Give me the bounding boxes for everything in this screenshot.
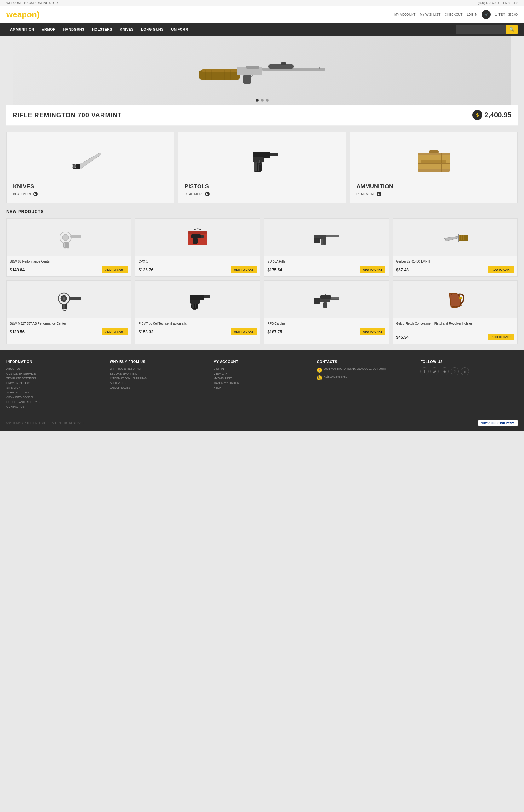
nav-long-guns[interactable]: LONG GUNS <box>137 23 167 36</box>
nav-armor[interactable]: ARMOR <box>38 23 60 36</box>
footer-link-contact-us[interactable]: CONTACT US <box>6 405 104 408</box>
knives-read-more[interactable]: READ MORE ▶ <box>13 192 168 196</box>
top-bar-right: (800) 603 6033 EN ▾ $ ▾ <box>478 1 518 5</box>
cpx1-info: CPX-1 $126.76 ADD TO CART <box>135 256 260 276</box>
galco-svg <box>441 288 470 310</box>
footer-link-customer-service[interactable]: CUSTOMER SERVICE <box>6 372 104 375</box>
facebook-icon[interactable]: f <box>420 367 428 375</box>
my-account-link[interactable]: MY ACCOUNT <box>394 13 415 16</box>
footer-link-sign-in[interactable]: SIGN IN <box>213 367 311 370</box>
product-card-swm327: S&W M327 357 AS Performance Center $123.… <box>6 280 131 344</box>
hero-dot-2[interactable] <box>261 99 264 102</box>
gerber-add-to-cart[interactable]: ADD TO CART <box>488 266 514 273</box>
ammunition-read-more[interactable]: READ MORE ▶ <box>356 192 511 196</box>
p3at-info: P-3 AT by Kel-Tec, semi-automatic $153.3… <box>135 318 260 338</box>
footer-link-template-settings[interactable]: TEMPLATE SETTINGS <box>6 377 104 380</box>
nav-ammunition[interactable]: AMMUNITION <box>6 23 38 36</box>
address-icon: 📍 <box>317 368 322 373</box>
my-wishlist-link[interactable]: MY WISHLIST <box>420 13 440 16</box>
footer-information-title: INFORMATION <box>6 360 104 363</box>
category-card-knives[interactable]: KNIVES READ MORE ▶ <box>6 132 174 203</box>
product-card-sw66: S&W 66 Performance Center $143.64 ADD TO… <box>6 218 131 276</box>
footer-link-advanced-search[interactable]: ADVANCED SEARCH <box>6 395 104 399</box>
footer-link-track-order[interactable]: TRACK MY ORDER <box>213 382 311 385</box>
rss-icon[interactable]: ◉ <box>441 367 449 375</box>
nav-handguns[interactable]: HANDGUNS <box>60 23 88 36</box>
hero-dot-3[interactable] <box>266 99 269 102</box>
ammunition-name: AMMUNITION <box>356 183 511 190</box>
gerber-footer: $67.43 ADD TO CART <box>396 266 514 273</box>
login-link[interactable]: LOG IN <box>466 13 477 16</box>
footer-link-help[interactable]: HELP <box>213 386 311 389</box>
swm327-name: S&W M327 357 AS Performance Center <box>10 322 128 326</box>
linkedin-icon[interactable]: in <box>461 367 469 375</box>
su16-info: SU-16A Rifle $175.54 ADD TO CART <box>264 256 389 276</box>
footer-link-privacy[interactable]: PRIVACY POLICY <box>6 382 104 385</box>
svg-rect-41 <box>70 235 81 238</box>
cpx1-svg <box>183 226 212 249</box>
nav-holsters[interactable]: HOLSTERS <box>88 23 116 36</box>
paypal-text: NOW ACCEPTING <box>481 421 506 425</box>
galco-add-to-cart[interactable]: ADD TO CART <box>488 334 514 340</box>
footer-link-sitemap[interactable]: SITE MAP <box>6 386 104 389</box>
pistols-read-more[interactable]: READ MORE ▶ <box>185 192 339 196</box>
category-card-ammunition[interactable]: AMMUNITION READ MORE ▶ <box>350 132 518 203</box>
p3at-add-to-cart[interactable]: ADD TO CART <box>231 328 257 335</box>
checkout-link[interactable]: CHECKOUT <box>445 13 462 16</box>
nav-knives[interactable]: KNIVES <box>116 23 137 36</box>
logo[interactable]: weapon) <box>6 10 40 19</box>
pinterest-icon[interactable]: ♡ <box>451 367 459 375</box>
nav-uniform[interactable]: UNIFORM <box>167 23 192 36</box>
footer-link-intl-shipping[interactable]: INTERNATIONAL SHIPPING <box>110 377 207 380</box>
swm327-add-to-cart[interactable]: ADD TO CART <box>102 328 128 335</box>
svg-rect-75 <box>194 304 194 308</box>
logo-icon: ) <box>37 10 40 19</box>
search-input[interactable] <box>456 25 506 33</box>
featured-product-price: $ 2,400.95 <box>472 110 511 120</box>
hero-banner <box>13 36 511 105</box>
footer-link-orders-returns[interactable]: ORDERS AND RETURNS <box>6 400 104 404</box>
footer-link-affiliates[interactable]: AFFILIATES <box>110 382 207 385</box>
svg-rect-38 <box>421 160 446 164</box>
footer-why-buy-title: WHY BUY FROM US <box>110 360 207 363</box>
sw66-svg <box>54 226 83 249</box>
su16-add-to-cart[interactable]: ADD TO CART <box>360 266 386 273</box>
footer-link-search-terms[interactable]: SEARCH TERMS <box>6 391 104 394</box>
language-selector[interactable]: EN ▾ <box>503 1 510 5</box>
search-button[interactable]: 🔍 <box>506 25 518 34</box>
pistols-svg <box>243 143 281 175</box>
copyright-text: © 2014 MAGENTO DEMO STORE. ALL RIGHTS RE… <box>6 421 85 425</box>
knives-svg <box>71 143 109 175</box>
svg-point-84 <box>459 297 462 299</box>
hero-dot-1[interactable] <box>256 99 259 102</box>
footer-contacts: CONTACTS 📍 3991 MARIHORA ROAD, GLASGOW, … <box>317 360 414 410</box>
svg-rect-12 <box>319 67 320 69</box>
svg-rect-76 <box>195 304 196 308</box>
su16-image <box>264 219 389 256</box>
currency-selector[interactable]: $ ▾ <box>513 1 518 5</box>
cpx1-add-to-cart[interactable]: ADD TO CART <box>231 266 257 273</box>
sw66-add-to-cart[interactable]: ADD TO CART <box>102 266 128 273</box>
svg-rect-71 <box>190 295 204 301</box>
footer-link-view-cart[interactable]: VIEW CART <box>213 372 311 375</box>
footer-link-about[interactable]: ABOUT US <box>6 367 104 370</box>
price-icon: $ <box>472 110 482 120</box>
google-plus-icon[interactable]: g+ <box>430 367 439 375</box>
swm327-image <box>6 281 131 318</box>
cpx1-price: $126.76 <box>138 267 153 272</box>
rfb-add-to-cart[interactable]: ADD TO CART <box>360 328 386 335</box>
svg-point-65 <box>63 297 65 300</box>
category-card-pistols[interactable]: PISTOLS READ MORE ▶ <box>178 132 346 203</box>
svg-rect-69 <box>64 304 65 309</box>
footer-information: INFORMATION ABOUT US CUSTOMER SERVICE TE… <box>6 360 104 410</box>
footer-link-shipping[interactable]: SHIPPING & RETURNS <box>110 367 207 370</box>
footer-link-secure-shopping[interactable]: SECURE SHOPPING <box>110 372 207 375</box>
cart-icon[interactable]: 🛒 <box>482 10 491 19</box>
footer-link-wishlist[interactable]: MY WISHLIST <box>213 377 311 380</box>
svg-rect-53 <box>314 238 320 243</box>
top-bar: WELCOME TO OUR ONLINE STORE! (800) 603 6… <box>0 0 524 6</box>
footer-link-group-sales[interactable]: GROUP SALES <box>110 386 207 389</box>
footer-address: 📍 3991 MARIHORA ROAD, GLASGOW, D06 89GR <box>317 367 414 373</box>
svg-rect-68 <box>63 304 64 309</box>
featured-product: RIFLE REMINGTON 700 VARMINT $ 2,400.95 <box>6 105 518 126</box>
